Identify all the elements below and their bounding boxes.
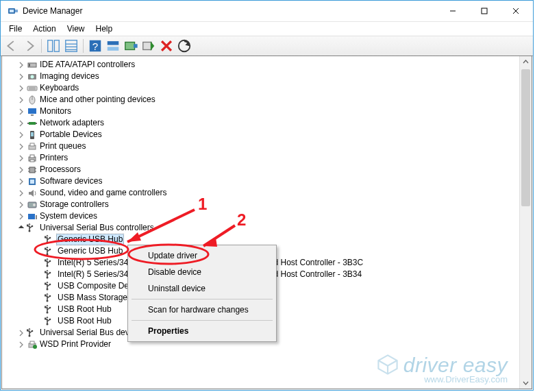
svg-rect-1 [10, 10, 14, 12]
toolbar-back-button[interactable] [3, 38, 20, 54]
printq-icon [27, 141, 38, 152]
expand-arrow-icon[interactable] [17, 108, 25, 116]
expand-arrow-icon[interactable] [17, 61, 25, 69]
watermark-url: www.DriverEasy.com [376, 374, 508, 384]
expand-arrow-icon[interactable] [17, 119, 25, 127]
ctx-properties[interactable]: Properties [130, 323, 274, 339]
expand-arrow-icon[interactable] [17, 177, 25, 186]
toolbar-separator [83, 39, 84, 53]
svg-rect-58 [27, 224, 29, 226]
cpu-icon [27, 164, 38, 175]
toolbar-uninstall-button[interactable] [158, 38, 175, 54]
tree-category-label: Printers [40, 153, 68, 163]
tree-category[interactable]: Portable Devices [2, 129, 520, 140]
close-button[interactable] [500, 1, 532, 21]
tree-category[interactable]: Printers [2, 152, 520, 164]
ctx-scan-hardware[interactable]: Scan for hardware changes [130, 302, 274, 318]
toolbar-scan-button[interactable] [176, 38, 192, 54]
toolbar-update-driver-button[interactable] [123, 38, 139, 54]
expand-arrow-icon[interactable] [17, 189, 25, 197]
ctx-update-driver[interactable]: Update driver [130, 247, 274, 264]
tree-category-label: Universal Serial Bus controllers [40, 223, 154, 233]
expand-arrow-icon[interactable] [17, 84, 25, 93]
expand-arrow-icon[interactable] [17, 166, 25, 174]
vertical-scrollbar[interactable] [519, 56, 532, 389]
wsd-icon [27, 339, 38, 350]
tree-category[interactable]: Monitors [2, 106, 520, 117]
toolbar-enable-button[interactable] [140, 38, 157, 54]
window-title: Device Manager [23, 6, 82, 16]
tree-category-label: Portable Devices [40, 130, 102, 140]
tree-category[interactable]: Processors [2, 164, 520, 175]
tree-category[interactable]: System devices [2, 210, 520, 222]
svg-rect-7 [48, 40, 53, 52]
minimize-button[interactable] [437, 1, 469, 21]
expand-arrow-icon[interactable] [17, 201, 25, 209]
toolbar-properties-button[interactable] [63, 38, 79, 54]
tree-device[interactable]: Generic USB Hub [2, 234, 520, 245]
expand-arrow-icon[interactable] [17, 154, 25, 162]
expand-arrow-icon[interactable] [17, 212, 25, 221]
tree-category[interactable]: Imaging devices [2, 71, 520, 82]
tree-category[interactable]: Storage controllers [2, 199, 520, 210]
svg-rect-2 [15, 10, 18, 12]
expand-arrow-icon[interactable] [17, 73, 25, 81]
maximize-button[interactable] [469, 1, 500, 21]
expand-arrow-icon[interactable] [17, 96, 25, 104]
tree-category-label: Monitors [40, 106, 71, 117]
svg-rect-8 [54, 40, 59, 52]
tree-category[interactable]: Mice and other pointing devices [2, 94, 520, 106]
menu-file[interactable]: File [3, 23, 27, 35]
svg-rect-15 [108, 41, 119, 45]
toolbar: ? [1, 36, 533, 56]
usb-icon [45, 246, 55, 257]
svg-rect-52 [36, 215, 37, 219]
tree-category-usb-controllers[interactable]: Universal Serial Bus controllers [2, 222, 520, 234]
usb-icon [45, 316, 55, 327]
svg-rect-42 [29, 167, 35, 173]
expand-arrow-icon[interactable] [17, 329, 25, 337]
mouse-icon [27, 95, 38, 106]
tree-category[interactable]: Network adapters [2, 117, 520, 129]
svg-rect-36 [31, 132, 34, 136]
tree-category[interactable]: IDE ATA/ATAPI controllers [2, 59, 520, 71]
toolbar-forward-button[interactable] [21, 38, 38, 54]
svg-point-110 [32, 330, 34, 332]
tree-category[interactable]: Print queues [2, 140, 520, 152]
svg-rect-19 [143, 42, 151, 50]
svg-rect-94 [45, 294, 47, 296]
menu-bar: File Action View Help [1, 22, 533, 36]
svg-rect-114 [30, 341, 34, 344]
tree-category[interactable]: Software devices [2, 175, 520, 187]
watermark-brand: driver easy [376, 353, 508, 377]
svg-rect-106 [45, 317, 47, 319]
toolbar-action-button[interactable] [105, 38, 121, 54]
svg-rect-51 [28, 214, 35, 219]
toolbar-help-button[interactable]: ? [87, 38, 103, 54]
svg-rect-16 [108, 47, 119, 51]
tree-category-label: Software devices [40, 176, 102, 186]
expand-arrow-icon[interactable] [17, 131, 25, 139]
svg-rect-40 [30, 155, 34, 158]
toolbar-show-console-button[interactable] [45, 38, 62, 54]
menu-help[interactable]: Help [90, 23, 119, 35]
svg-point-86 [49, 283, 51, 285]
tree-category[interactable]: Keyboards [2, 82, 520, 94]
scroll-up-button[interactable] [520, 56, 532, 68]
system-icon [27, 211, 38, 222]
ctx-disable-device[interactable]: Disable device [130, 264, 274, 280]
usb-icon [45, 293, 55, 304]
usb-icon [45, 258, 55, 269]
collapse-arrow-icon[interactable] [17, 224, 25, 232]
network-icon [27, 118, 38, 129]
scroll-thumb[interactable] [521, 69, 530, 206]
scroll-down-button[interactable] [520, 377, 532, 389]
expand-arrow-icon[interactable] [17, 341, 25, 349]
printer-icon [27, 153, 38, 164]
menu-action[interactable]: Action [27, 23, 61, 35]
tree-category[interactable]: Sound, video and game controllers [2, 187, 520, 199]
ctx-uninstall-device[interactable]: Uninstall device [130, 280, 274, 297]
svg-rect-30 [28, 108, 36, 114]
expand-arrow-icon[interactable] [17, 143, 25, 151]
menu-view[interactable]: View [62, 23, 90, 35]
